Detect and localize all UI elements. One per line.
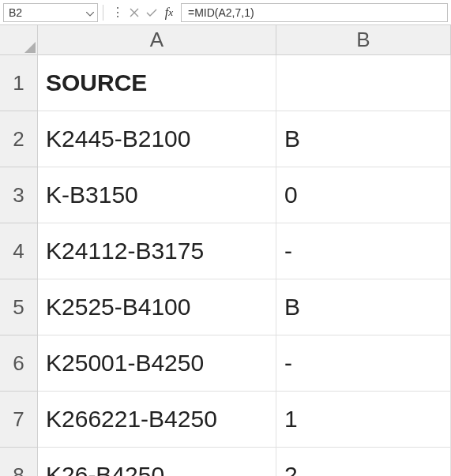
column-header-a[interactable]: A	[38, 25, 276, 55]
cell-value: 0	[284, 182, 298, 208]
cell[interactable]: B	[276, 279, 451, 335]
cell[interactable]: K26-B4250	[38, 448, 276, 476]
cell[interactable]: K2525-B4100	[38, 279, 276, 335]
row-header[interactable]: 6	[0, 335, 38, 392]
cell[interactable]: K25001-B4250	[38, 335, 276, 392]
name-box-value: B2	[9, 6, 22, 19]
cell[interactable]: 2	[276, 448, 451, 476]
cell-value: K-B3150	[46, 182, 138, 208]
row-number: 8	[13, 463, 24, 477]
cell[interactable]: 0	[276, 167, 451, 223]
cell-value: -	[284, 238, 292, 264]
row-number: 2	[13, 127, 24, 152]
cell[interactable]: -	[276, 223, 451, 279]
cell[interactable]: K2445-B2100	[38, 111, 276, 167]
row-header[interactable]: 8	[0, 448, 38, 476]
column-header-b[interactable]: B	[276, 25, 451, 55]
cell[interactable]	[276, 55, 451, 111]
cell-value: B	[284, 126, 300, 152]
cell[interactable]: -	[276, 335, 451, 392]
cell-value: K266221-B4250	[46, 406, 217, 433]
cancel-icon[interactable]	[126, 4, 143, 21]
cell[interactable]: B	[276, 111, 451, 167]
cell[interactable]: K-B3150	[38, 167, 276, 223]
cell-value: B	[284, 294, 300, 320]
cell-value: K24112-B3175	[46, 238, 204, 264]
formula-input[interactable]: =MID(A2,7,1)	[181, 3, 448, 22]
row-number: 6	[13, 351, 24, 376]
cell-value: SOURCE	[46, 69, 147, 96]
enter-icon[interactable]	[143, 4, 160, 21]
divider	[103, 5, 103, 21]
fx-icon[interactable]: fx	[160, 4, 178, 21]
cell-value: -	[284, 350, 292, 377]
cell[interactable]: K24112-B3175	[38, 223, 276, 279]
row-header[interactable]: 3	[0, 167, 38, 223]
row-header[interactable]: 4	[0, 223, 38, 279]
more-icon[interactable]: ⋮	[108, 4, 126, 21]
cell[interactable]: SOURCE	[38, 55, 276, 111]
row-number: 5	[13, 295, 24, 320]
cell-value: K2445-B2100	[46, 126, 191, 152]
column-label: B	[356, 28, 370, 52]
formula-bar: B2 ⋮ fx =MID(A2,7,1)	[0, 0, 451, 25]
chevron-down-icon[interactable]	[86, 6, 94, 19]
row-header[interactable]: 7	[0, 392, 38, 448]
cell[interactable]: 1	[276, 392, 451, 448]
grid-header-row: A B	[0, 25, 451, 55]
row-header[interactable]: 5	[0, 279, 38, 335]
select-all-corner[interactable]	[0, 25, 38, 55]
row-number: 7	[13, 407, 24, 432]
row-number: 3	[13, 183, 24, 208]
grid-body: 1SOURCE2K2445-B2100B3K-B315004K24112-B31…	[0, 55, 451, 476]
formula-text: =MID(A2,7,1)	[188, 6, 254, 19]
row-number: 1	[13, 71, 24, 96]
row-number: 4	[13, 239, 24, 264]
column-label: A	[150, 28, 163, 52]
name-box[interactable]: B2	[3, 3, 98, 22]
cell-value: K26-B4250	[46, 462, 164, 476]
cell-value: K25001-B4250	[46, 350, 204, 377]
row-header[interactable]: 2	[0, 111, 38, 167]
cell-value: 2	[284, 462, 298, 476]
cell[interactable]: K266221-B4250	[38, 392, 276, 448]
cell-value: K2525-B4100	[46, 294, 191, 320]
row-header[interactable]: 1	[0, 55, 38, 111]
cell-value: 1	[284, 406, 298, 433]
